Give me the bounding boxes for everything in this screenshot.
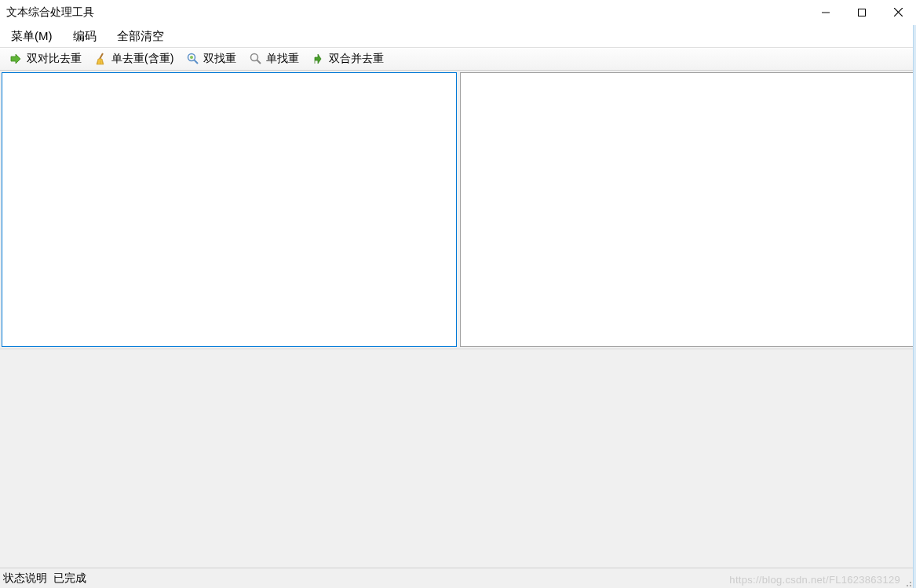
tool-label: 单找重 xyxy=(266,52,299,66)
tool-label: 双对比去重 xyxy=(27,52,82,66)
close-button[interactable] xyxy=(880,0,916,25)
tool-label: 双合并去重 xyxy=(329,52,384,66)
tool-single-dedup[interactable]: 单去重(含重) xyxy=(89,50,178,68)
svg-line-4 xyxy=(100,53,103,59)
svg-point-17 xyxy=(910,585,911,586)
svg-point-10 xyxy=(190,56,193,59)
search-single-icon xyxy=(249,52,263,66)
tool-compare-dedup[interactable]: 双对比去重 xyxy=(5,50,86,68)
bottom-pane xyxy=(0,349,916,568)
left-textarea[interactable] xyxy=(2,72,457,347)
maximize-icon xyxy=(858,7,866,19)
svg-point-11 xyxy=(251,54,258,61)
svg-line-12 xyxy=(257,60,261,64)
status-label: 状态说明 xyxy=(3,572,47,586)
maximize-button[interactable] xyxy=(844,0,880,25)
svg-point-16 xyxy=(907,585,908,586)
tool-dual-find[interactable]: 双找重 xyxy=(181,50,241,68)
tool-label: 双找重 xyxy=(203,52,236,66)
window-title: 文本综合处理工具 xyxy=(6,5,94,20)
right-textarea[interactable] xyxy=(460,72,915,347)
tool-single-find[interactable]: 单找重 xyxy=(244,50,304,68)
merge-icon xyxy=(312,52,326,66)
right-scrollbar-edge xyxy=(913,25,916,588)
search-dual-icon xyxy=(186,52,200,66)
titlebar: 文本综合处理工具 xyxy=(0,0,916,25)
menu-item-clear-all[interactable]: 全部清空 xyxy=(114,27,167,46)
content-area xyxy=(0,71,916,568)
tool-merge-dedup[interactable]: 双合并去重 xyxy=(307,50,389,68)
compare-icon xyxy=(9,52,24,66)
toolbar: 双对比去重 单去重(含重) 双找重 xyxy=(0,47,916,71)
text-panes xyxy=(0,71,916,349)
window-controls xyxy=(808,0,916,25)
status-value: 已完成 xyxy=(53,572,86,586)
watermark: https://blog.csdn.net/FL1623863129 xyxy=(729,574,900,586)
menu-item-main[interactable]: 菜单(M) xyxy=(8,27,56,46)
minimize-button[interactable] xyxy=(808,0,844,25)
menu-item-encoding[interactable]: 编码 xyxy=(70,27,100,46)
close-icon xyxy=(894,7,903,19)
menubar: 菜单(M) 编码 全部清空 xyxy=(0,25,916,47)
broom-icon xyxy=(94,52,108,66)
svg-point-14 xyxy=(910,582,911,583)
statusbar: 状态说明 已完成 https://blog.csdn.net/FL1623863… xyxy=(0,568,916,588)
svg-rect-1 xyxy=(859,9,866,16)
tool-label: 单去重(含重) xyxy=(111,52,173,66)
minimize-icon xyxy=(822,7,830,19)
svg-line-9 xyxy=(195,60,199,64)
